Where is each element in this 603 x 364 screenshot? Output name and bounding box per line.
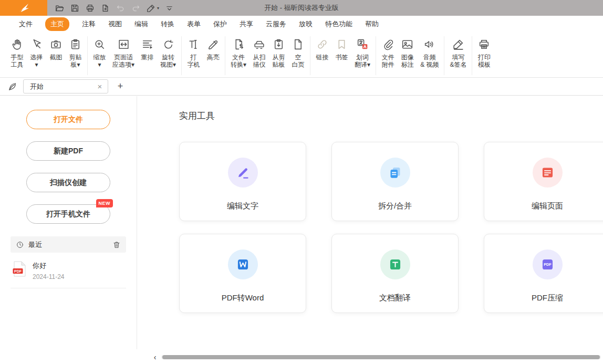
- document-tabbar: 开始 × +: [0, 78, 603, 96]
- foxit-logo[interactable]: [0, 0, 47, 16]
- select-icon: [30, 38, 43, 51]
- fill-sign-label: 填写&签名: [450, 54, 466, 68]
- menu-tab-11[interactable]: 特色功能: [325, 19, 352, 29]
- scroll-left-arrow-icon[interactable]: ‹: [151, 353, 159, 361]
- customize-toolbar-button[interactable]: [164, 2, 174, 14]
- ribbon-reflow-button[interactable]: 重排: [138, 36, 157, 63]
- new-tab-button[interactable]: +: [115, 81, 126, 92]
- link-label: 链接: [316, 54, 329, 61]
- ribbon-link-button[interactable]: 链接: [313, 36, 332, 63]
- tool-cards-grid: 编辑文字拆分/合并编辑页面PDF转Word文档翻译PDFPDF压缩: [179, 142, 603, 313]
- export-button[interactable]: [100, 2, 110, 14]
- ribbon-typewriter-button[interactable]: 打字机: [184, 36, 203, 70]
- clipboard-icon: [69, 38, 82, 51]
- pen-tool-dropdown-arrow: ▾: [157, 6, 159, 11]
- sidebar-buttons: 打开文件新建PDF扫描仪创建打开手机文件NEW: [0, 110, 137, 224]
- link-icon: [316, 38, 329, 51]
- split-merge-icon: [388, 165, 402, 180]
- ribbon-file-convert-button[interactable]: 文件转换▾: [227, 36, 249, 70]
- image-annotation-label: 图像标注: [401, 54, 414, 68]
- tool-card-4[interactable]: 文档翻译: [331, 234, 459, 313]
- edit-page-circle: [533, 158, 563, 188]
- sidebar-button-0[interactable]: 打开文件: [26, 110, 110, 129]
- sidebar-button-label: 扫描仪创建: [50, 178, 87, 186]
- redo-icon: [131, 3, 141, 13]
- recent-file-date: 2024-11-24: [33, 273, 65, 280]
- sidebar-button-1[interactable]: 新建PDF: [26, 141, 110, 161]
- ribbon-group-6: 填写&签名: [444, 36, 472, 75]
- ribbon-rotate-view-button[interactable]: 旋转视图▾: [157, 36, 179, 70]
- undo-button[interactable]: [116, 2, 126, 14]
- word-translate-icon: [356, 38, 369, 51]
- tool-card-label: 文档翻译: [379, 293, 411, 303]
- open-folder-button[interactable]: [55, 2, 65, 14]
- print-button[interactable]: [85, 2, 95, 14]
- file-convert-icon: [232, 38, 245, 51]
- tool-card-2[interactable]: 编辑页面: [484, 142, 603, 221]
- menu-tab-5[interactable]: 转换: [161, 19, 174, 29]
- ribbon-print-template-button[interactable]: 打印模板: [474, 36, 494, 70]
- recent-file-item[interactable]: PDF 你好 2024-11-24: [11, 259, 126, 288]
- tab-start[interactable]: 开始 ×: [23, 79, 108, 93]
- snapshot-label: 截图: [50, 54, 63, 61]
- scrollbar-track[interactable]: [161, 355, 601, 359]
- pdf-compress-circle: PDF: [533, 249, 563, 279]
- menu-tab-12[interactable]: 帮助: [365, 19, 379, 29]
- ribbon-select-button[interactable]: 选择▾: [27, 36, 46, 70]
- sidebar-button-2[interactable]: 扫描仪创建: [26, 173, 110, 192]
- pen-tool-button[interactable]: ▾: [146, 2, 159, 14]
- tool-card-1[interactable]: 拆分/合并: [331, 142, 459, 221]
- from-clipboard-label: 从剪贴板: [273, 54, 285, 68]
- sidebar-button-label: 打开文件: [54, 115, 83, 123]
- sidebar-button-label: 新建PDF: [54, 147, 83, 155]
- ribbon-from-clipboard-button[interactable]: 从剪贴板: [269, 36, 288, 70]
- ribbon-highlight-button[interactable]: 高亮: [203, 36, 223, 63]
- tool-card-5[interactable]: PDFPDF压缩: [484, 234, 603, 313]
- ribbon-audio-video-button[interactable]: 音频& 视频: [417, 36, 442, 70]
- menu-tab-2[interactable]: 注释: [82, 19, 96, 29]
- ribbon-blank-page-button[interactable]: 空白页: [288, 36, 308, 70]
- tab-label: 开始: [30, 82, 96, 91]
- audio-video-icon: [423, 38, 436, 51]
- ribbon-zoom-button[interactable]: 缩放▾: [90, 36, 109, 70]
- ribbon-file-attachment-button[interactable]: 文件附件: [378, 36, 398, 70]
- start-page-icon[interactable]: [7, 81, 18, 92]
- sidebar-button-3[interactable]: 打开手机文件NEW: [26, 204, 110, 224]
- blank-page-label: 空白页: [292, 54, 305, 68]
- save-button[interactable]: [70, 2, 80, 14]
- menu-tab-9[interactable]: 云服务: [266, 19, 286, 29]
- ribbon-page-fit-button[interactable]: 页面适应选项▾: [109, 36, 138, 70]
- menu-tab-4[interactable]: 编辑: [134, 19, 148, 29]
- trash-icon[interactable]: [112, 241, 121, 249]
- menu-tab-3[interactable]: 视图: [108, 19, 122, 29]
- hand-tool-icon: [11, 38, 24, 51]
- menu-tab-10[interactable]: 放映: [299, 19, 313, 29]
- menu-tab-7[interactable]: 保护: [213, 19, 227, 29]
- menu-tab-0[interactable]: 文件: [19, 19, 33, 29]
- tool-card-label: 拆分/合并: [378, 201, 412, 211]
- ribbon-image-annotation-button[interactable]: 图像标注: [398, 36, 417, 70]
- audio-video-label: 音频& 视频: [420, 54, 439, 68]
- ribbon-bookmark-button[interactable]: 书签: [332, 36, 351, 63]
- tool-card-3[interactable]: PDF转Word: [179, 234, 306, 313]
- select-label: 选择▾: [30, 54, 43, 68]
- ribbon-hand-tool-button[interactable]: 手型工具: [7, 36, 27, 70]
- ribbon-word-translate-button[interactable]: 划词翻译▾: [351, 36, 373, 70]
- menu-tab-6[interactable]: 表单: [187, 19, 201, 29]
- menu-tab-8[interactable]: 共享: [240, 19, 253, 29]
- ribbon-from-scanner-button[interactable]: 从扫描仪: [249, 36, 269, 70]
- sidebar: 打开文件新建PDF扫描仪创建打开手机文件NEW 最近 PDF 你好 2024-1…: [0, 96, 137, 349]
- pdf-to-word-icon: [236, 257, 250, 272]
- scrollbar-thumb[interactable]: [162, 355, 600, 359]
- split-merge-circle: [380, 158, 410, 188]
- redo-button[interactable]: [131, 2, 141, 14]
- tab-close-icon[interactable]: ×: [96, 82, 104, 91]
- ribbon-group-2: 打字机高亮: [182, 36, 225, 75]
- blank-page-icon: [292, 38, 305, 51]
- menu-tab-1[interactable]: 主页: [45, 17, 69, 31]
- ribbon-snapshot-button[interactable]: 截图: [46, 36, 66, 63]
- tool-card-0[interactable]: 编辑文字: [179, 142, 306, 221]
- ribbon-clipboard-button[interactable]: 剪贴板▾: [66, 36, 85, 70]
- ribbon-fill-sign-button[interactable]: 填写&签名: [446, 36, 470, 70]
- tool-card-label: PDF压缩: [532, 293, 563, 303]
